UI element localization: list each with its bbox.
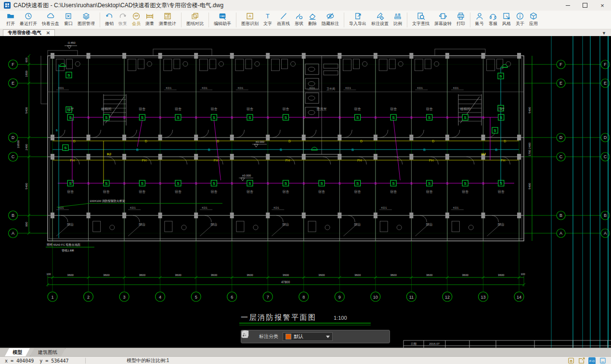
svg-text:宿舍: 宿舍	[175, 189, 182, 194]
toolbar-divider	[100, 13, 100, 27]
svg-text:S: S	[123, 182, 126, 185]
document-tab[interactable]: 专用宿舍楼-电气 ✕	[3, 29, 55, 36]
tool-line-button[interactable]: 画直线	[274, 11, 292, 29]
svg-text:S: S	[499, 74, 502, 78]
vip-icon: VIP	[132, 12, 141, 20]
svg-text:D: D	[559, 135, 563, 140]
window-panel-icon[interactable]	[599, 357, 606, 364]
svg-text:S: S	[410, 116, 413, 119]
tool-shapes-button[interactable]: 形状	[292, 11, 306, 29]
tool-cloud-button[interactable]: 快看云盘	[39, 11, 62, 29]
compare-icon	[191, 12, 199, 20]
tool-edit-assistant-button[interactable]: CAD编辑助手	[211, 11, 234, 29]
tool-window-button[interactable]: 窗口	[62, 11, 75, 29]
tool-label: 删除	[308, 21, 317, 27]
svg-text:S: S	[248, 115, 251, 120]
svg-text:3600: 3600	[462, 274, 469, 276]
tool-account-button[interactable]: 账号	[473, 11, 486, 29]
tool-label: 图纸对比	[186, 21, 204, 27]
svg-text:S: S	[500, 181, 503, 186]
svg-text:S: S	[338, 182, 341, 185]
tool-scale-button[interactable]: A:B比例	[391, 11, 404, 29]
tool-about-button[interactable]: 关于	[513, 11, 527, 29]
tool-label: 图形识别	[241, 21, 259, 27]
svg-text:B: B	[559, 213, 562, 218]
dropdown-arrow-icon	[326, 336, 330, 338]
sheet-tab-layout[interactable]: 建筑图纸	[30, 348, 65, 356]
svg-text:KD1: KD1	[381, 206, 387, 209]
svg-text:100: 100	[46, 273, 51, 276]
svg-text:宿舍: 宿舍	[354, 107, 361, 111]
svg-text:VIP: VIP	[134, 15, 138, 17]
svg-text:S: S	[213, 115, 216, 120]
tool-text-button[interactable]: T文字	[261, 11, 274, 29]
tool-erase-button[interactable]: 删除	[306, 11, 319, 29]
edit-annotation-icon[interactable]	[337, 332, 346, 341]
svg-text:S: S	[464, 181, 467, 186]
drawing-canvas[interactable]: 1234567891011121314FFFEEEDDDCCCBBBAAA360…	[0, 36, 611, 348]
cloud-icon	[46, 12, 55, 20]
close-button[interactable]: ×	[594, 0, 611, 11]
svg-text:S: S	[285, 181, 287, 186]
svg-text:D: D	[217, 139, 219, 143]
save-image-icon[interactable]	[567, 357, 574, 364]
paste-annotation-icon[interactable]	[376, 332, 385, 341]
tool-support-button[interactable]: 客服	[486, 11, 500, 29]
move-annotation-icon[interactable]	[350, 332, 359, 341]
tool-label: 测量统计	[159, 21, 176, 27]
account-icon	[475, 12, 484, 20]
svg-text:8: 8	[302, 295, 305, 300]
svg-text:S: S	[123, 116, 126, 119]
close-tab-icon[interactable]: ✕	[46, 31, 50, 36]
tool-apps-button[interactable]: 应用	[527, 11, 540, 29]
maximize-button[interactable]	[576, 0, 594, 11]
svg-text:S: S	[177, 181, 180, 186]
p-o-converter-icon[interactable]: P-O	[588, 357, 596, 364]
svg-text:宿舍: 宿舍	[390, 107, 397, 111]
svg-text:3600: 3600	[247, 274, 253, 276]
svg-text:T: T	[266, 13, 270, 20]
tool-hide-annotation-button[interactable]: 隐藏标注	[319, 11, 341, 29]
tool-measure-button[interactable]: 测量	[143, 11, 156, 29]
measure-stats-icon	[163, 12, 172, 20]
svg-text:C: C	[559, 154, 563, 159]
tool-recent-button[interactable]: 最近打开	[17, 11, 39, 29]
copy-annotation-icon[interactable]	[363, 332, 372, 341]
svg-text:D: D	[604, 135, 607, 140]
tool-compare-button[interactable]: 图纸对比	[184, 11, 206, 29]
svg-text:S: S	[67, 73, 70, 77]
tool-vip-button[interactable]: VIP会员	[130, 11, 143, 29]
tool-redo-button[interactable]: 恢复	[116, 11, 130, 29]
svg-text:S: S	[69, 181, 72, 186]
svg-text:FH: FH	[357, 159, 362, 162]
svg-text:KD1: KD1	[130, 206, 136, 209]
svg-text:S: S	[375, 116, 377, 119]
tool-measure-stats-button[interactable]: 测量统计	[156, 11, 179, 29]
toolbar-divider	[208, 13, 209, 27]
tool-print-button[interactable]: 打印	[454, 11, 468, 29]
tool-style-button[interactable]: 风格	[500, 11, 513, 29]
tool-annotation-settings-button[interactable]: 标注设置	[369, 11, 391, 29]
svg-text:1800: 1800	[25, 70, 28, 77]
minimize-button[interactable]	[559, 0, 576, 11]
annotation-category-dropdown[interactable]: 默认	[283, 332, 333, 341]
svg-text:B: B	[495, 148, 497, 151]
svg-text:KD1: KD1	[453, 206, 459, 209]
svg-text:楼梯间: 楼梯间	[101, 107, 111, 111]
tool-recognize-button[interactable]: A图形识别	[239, 11, 261, 29]
tool-label: 打印	[456, 21, 465, 27]
tool-undo-button[interactable]: 撤销	[103, 11, 116, 29]
tool-rotate-screen-button[interactable]: 屏幕旋转	[432, 11, 454, 29]
svg-text:3600: 3600	[103, 274, 110, 276]
tool-import-export-button[interactable]: 导入导出	[347, 11, 369, 29]
svg-text:B: B	[604, 213, 607, 218]
svg-text:KD1: KD1	[310, 87, 315, 89]
tool-text-search-button[interactable]: 文字查找	[410, 11, 432, 29]
tool-open-button[interactable]: 打开	[4, 11, 17, 29]
tool-layers-button[interactable]: 图层管理	[75, 11, 97, 29]
undo-icon	[105, 12, 114, 20]
sheet-tab-model[interactable]: 模型	[5, 348, 30, 356]
share-export-icon[interactable]	[578, 357, 585, 364]
svg-text:宿舍: 宿舍	[426, 189, 433, 194]
collapse-toolbar-chevron-icon[interactable]: ▼	[602, 31, 606, 36]
